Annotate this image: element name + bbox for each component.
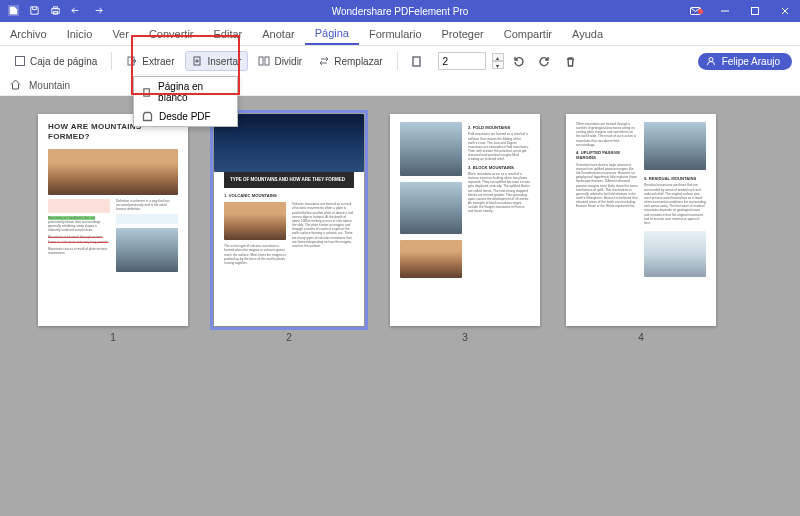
svg-rect-11	[265, 57, 269, 65]
page-thumb-1[interactable]: HOW ARE MOUNTAINS FORMED? Mountains are …	[38, 114, 188, 498]
menu-compartir[interactable]: Compartir	[494, 22, 562, 45]
page-up-button[interactable]: ▴	[492, 53, 504, 61]
user-account-pill[interactable]: Felipe Araujo	[698, 53, 792, 70]
insert-from-pdf-item[interactable]: Desde PDF	[134, 107, 237, 126]
menu-archivo[interactable]: Archivo	[0, 22, 57, 45]
menu-ver[interactable]: Ver	[102, 22, 139, 45]
page-number-input[interactable]	[438, 52, 486, 70]
delete-page-button[interactable]	[560, 50, 582, 72]
page-label: 2	[286, 332, 292, 343]
print-icon[interactable]	[50, 5, 61, 18]
insert-dropdown: Página en blanco Desde PDF	[133, 76, 238, 127]
menu-formulario[interactable]: Formulario	[359, 22, 432, 45]
menu-convertir[interactable]: Convertir	[139, 22, 204, 45]
maximize-button[interactable]	[740, 0, 770, 22]
page-down-button[interactable]: ▾	[492, 61, 504, 69]
page-toolbar: Caja de página Extraer Insertar Dividir …	[0, 46, 800, 76]
menu-editar[interactable]: Editar	[204, 22, 253, 45]
svg-point-13	[709, 58, 713, 62]
app-logo-icon	[8, 5, 19, 18]
undo-icon[interactable]	[71, 5, 82, 18]
replace-button[interactable]: Remplazar	[312, 52, 388, 70]
page-icon[interactable]	[406, 50, 428, 72]
page-label: 4	[638, 332, 644, 343]
redo-icon[interactable]	[92, 5, 103, 18]
title-bar: Wondershare PDFelement Pro	[0, 0, 800, 22]
save-icon[interactable]	[29, 5, 40, 18]
menu-inicio[interactable]: Inicio	[57, 22, 103, 45]
page-thumb-2[interactable]: TYPE OF MOUNTAINS AND HOW ARE THEY FORME…	[214, 114, 364, 498]
insert-button[interactable]: Insertar	[185, 51, 249, 71]
notification-icon[interactable]	[680, 5, 710, 18]
user-name: Felipe Araujo	[722, 56, 780, 67]
menu-proteger[interactable]: Proteger	[432, 22, 494, 45]
page-thumb-4[interactable]: Other mountains are formed through a num…	[566, 114, 716, 498]
menu-anotar[interactable]: Anotar	[252, 22, 304, 45]
page-box-button[interactable]: Caja de página	[8, 52, 103, 70]
breadcrumb-doc[interactable]: Mountain	[29, 80, 70, 91]
rotate-left-button[interactable]	[508, 50, 530, 72]
page-number-field[interactable]: ▴▾	[438, 52, 504, 70]
svg-rect-2	[54, 6, 58, 8]
insert-blank-page-item[interactable]: Página en blanco	[134, 77, 237, 107]
menu-ayuda[interactable]: Ayuda	[562, 22, 613, 45]
home-icon[interactable]	[10, 79, 21, 92]
page-thumbnails-workspace: HOW ARE MOUNTAINS FORMED? Mountains are …	[0, 96, 800, 516]
svg-rect-10	[259, 57, 263, 65]
rotate-right-button[interactable]	[534, 50, 556, 72]
menu-bar: Archivo Inicio Ver Convertir Editar Anot…	[0, 22, 800, 46]
svg-rect-6	[752, 8, 759, 15]
close-button[interactable]	[770, 0, 800, 22]
menu-pagina[interactable]: Página	[305, 22, 359, 45]
svg-rect-7	[16, 57, 25, 66]
svg-rect-14	[144, 88, 150, 95]
breadcrumb: Mountain	[0, 76, 800, 96]
page-label: 3	[462, 332, 468, 343]
page-label: 1	[110, 332, 116, 343]
svg-rect-3	[54, 11, 58, 14]
svg-rect-12	[413, 57, 420, 66]
app-title: Wondershare PDFelement Pro	[332, 6, 469, 17]
minimize-button[interactable]	[710, 0, 740, 22]
split-button[interactable]: Dividir	[252, 52, 308, 70]
extract-button[interactable]: Extraer	[120, 52, 180, 70]
page-thumb-3[interactable]: 2. FOLD MOUNTAINS Fold mountains are for…	[390, 114, 540, 498]
